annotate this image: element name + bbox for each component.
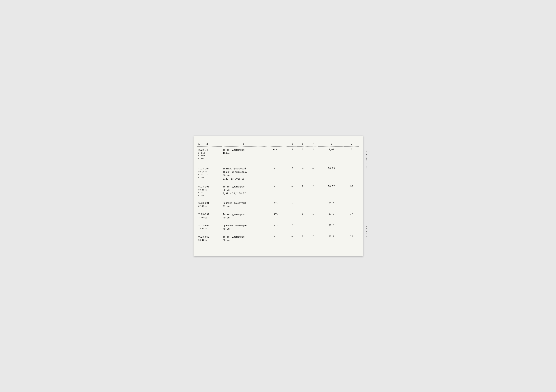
header-col-8: 8 — [318, 142, 344, 146]
cell-col1: 6.23-39I3I-I3-д — [197, 200, 222, 209]
cell-col4: 2 — [287, 165, 298, 182]
cell-col7: I8,II — [318, 183, 344, 198]
table-row: 9.23-66332-I0-аТо же, диаметром50 ммшт.—… — [197, 233, 359, 243]
cell-col4: I — [287, 222, 298, 232]
cell-col8: — — [344, 200, 359, 209]
header-col-1: 1 2 — [197, 142, 222, 146]
spacer-row — [197, 221, 359, 222]
cell-col1: 3.23-74п.Iч.Iп.2506п.933~ — [197, 146, 222, 164]
cell-col8: 5 — [344, 146, 359, 164]
cell-col6: — — [308, 200, 318, 209]
cell-col4: — — [287, 211, 298, 221]
cell-col6: 2 — [308, 183, 318, 198]
cell-col3: шт. — [265, 200, 287, 209]
cell-col5: — — [297, 200, 308, 209]
cell-col3: шт. — [265, 165, 287, 182]
header-col-3: 3 — [222, 142, 265, 146]
cell-col2: То же, диаметром100мм — [222, 146, 265, 164]
cell-col2: То же, диаметром50 мм — [222, 233, 265, 243]
cell-col6: I — [308, 233, 318, 243]
cell-col6: — — [308, 165, 318, 182]
header-col-4: 4 — [265, 142, 287, 146]
cell-col5: 2 — [297, 183, 308, 198]
table-header-row: 1 2 3 4 5 6 7 8 9 — [197, 142, 359, 146]
table-row: 6.23-39I3I-I3-дВодомер диаметром32 ммшт.… — [197, 200, 359, 209]
table-row: 7.23-3923I-I3-дТо же, диаметром40 ммшт.—… — [197, 211, 359, 221]
cell-col6: 2 — [308, 146, 318, 164]
spacer-row — [197, 182, 359, 183]
cell-col8 — [344, 165, 359, 182]
table-row: 4.23-20430-24-бп.Iч.IIIп.I98Вентиль флан… — [197, 165, 359, 182]
side-label-bottom: 12796-09 — [366, 226, 368, 238]
cell-col5: 2 — [297, 146, 308, 164]
side-label-top: 704-1-103 А-7 — [366, 151, 368, 170]
header-col-9: 9 — [344, 142, 359, 146]
cell-col5: — — [297, 165, 308, 182]
cell-col3: шт. — [265, 183, 287, 198]
header-col-6: 6 — [297, 142, 308, 146]
cell-col2: Грязевик диаметром40 мм — [222, 222, 265, 232]
cell-col1: 4.23-20430-24-бп.Iч.IIIп.I98 — [197, 165, 222, 182]
cell-col8: I6 — [344, 233, 359, 243]
spacer-row — [197, 232, 359, 233]
cell-col7: I6,99 — [318, 165, 344, 182]
spacer-row — [197, 209, 359, 211]
table-row: 3.23-74п.Iч.Iп.2506п.933~То же, диаметро… — [197, 146, 359, 164]
spacer-row — [197, 164, 359, 165]
cell-col5: — — [297, 222, 308, 232]
table-row: 5.23-I9530-I5-ап.Iч.IIп.I99То же, диамет… — [197, 183, 359, 198]
cell-col2: То же, диаметром40 мм — [222, 211, 265, 221]
cell-col3: п.м. — [265, 146, 287, 164]
cell-col3: шт. — [265, 211, 287, 221]
cell-col5: I — [297, 233, 308, 243]
cell-col3: шт. — [265, 233, 287, 243]
cell-col1: 7.23-3923I-I3-д — [197, 211, 222, 221]
cell-col7: I5,9 — [318, 233, 344, 243]
cell-col6: — — [308, 222, 318, 232]
cell-col2: Водомер диаметром32 мм — [222, 200, 265, 209]
table-row: 8.23-66232-I0-аГрязевик диаметром40 ммшт… — [197, 222, 359, 232]
cell-col2: Вентиль фланцевыйI5с22 нж диаметром40 мм… — [222, 165, 265, 182]
cell-col7: I4,7 — [318, 200, 344, 209]
cell-col1: 8.23-66232-I0-а — [197, 222, 222, 232]
spacer-row — [197, 198, 359, 200]
cell-col6: I — [308, 211, 318, 221]
cell-col4: 2 — [287, 146, 298, 164]
cell-col5: I — [297, 211, 308, 221]
cell-col1: 9.23-66332-I0-а — [197, 233, 222, 243]
cell-col4: — — [287, 233, 298, 243]
cell-col3: шт. — [265, 222, 287, 232]
cell-col4: I — [287, 200, 298, 209]
cell-col7: I7,0 — [318, 211, 344, 221]
page: 704-1-103 А-7 12796-09 1 2 3 4 5 6 7 8 9 — [193, 136, 363, 256]
cell-col1: 5.23-I9530-I5-ап.Iч.IIп.I99 — [197, 183, 222, 198]
cell-col2: То же, диаметром50 мм3,9I + I4,2=I8,II — [222, 183, 265, 198]
cell-col8: I7 — [344, 211, 359, 221]
cell-col8: 36 — [344, 183, 359, 198]
header-col-7: 7 — [308, 142, 318, 146]
cell-col4: — — [287, 183, 298, 198]
table-wrapper: 1 2 3 4 5 6 7 8 9 3.23-74п.Iч.Iп.2506п.9… — [197, 142, 359, 243]
main-table: 1 2 3 4 5 6 7 8 9 3.23-74п.Iч.Iп.2506п.9… — [197, 142, 359, 243]
cell-col7: 2,63 — [318, 146, 344, 164]
cell-col7: I3,3 — [318, 222, 344, 232]
cell-col8: — — [344, 222, 359, 232]
header-col-5: 5 — [287, 142, 298, 146]
